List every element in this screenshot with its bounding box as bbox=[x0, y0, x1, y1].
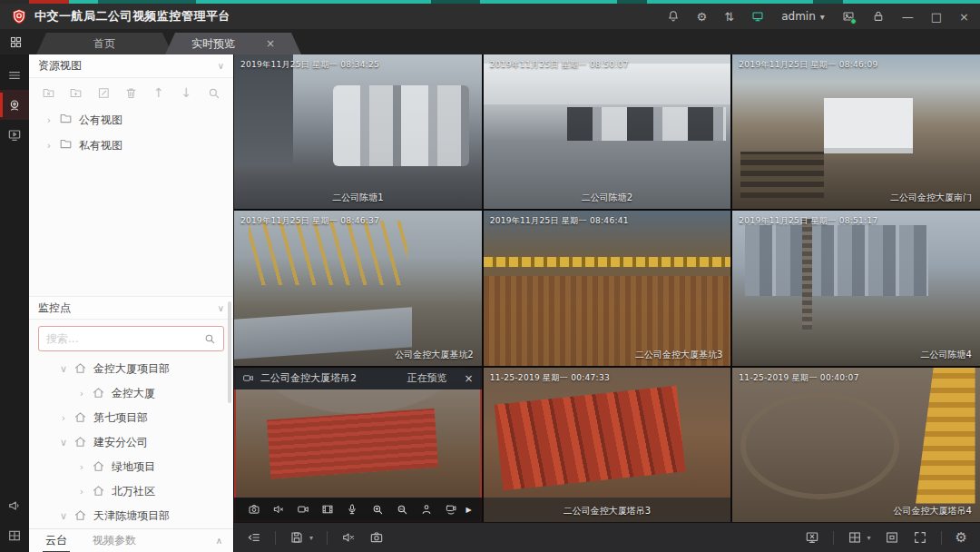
tree-item-site[interactable]: › 绿地项目 bbox=[29, 455, 233, 479]
talk-mic-button[interactable] bbox=[340, 503, 365, 516]
snapshot-all-button[interactable] bbox=[369, 530, 384, 545]
single-screen-button[interactable] bbox=[885, 530, 899, 545]
settings-gear-icon[interactable]: ⚙ bbox=[697, 10, 708, 24]
tree-item-site[interactable]: ∨ 天津陈塘项目部 bbox=[29, 504, 233, 528]
minimize-button[interactable]: — bbox=[902, 10, 914, 24]
settings-gear-icon[interactable]: ⚙ bbox=[956, 529, 967, 546]
move-down-button[interactable]: ↓ bbox=[172, 85, 200, 100]
video-cell-2[interactable]: 2019年11月25日 星期一 08:50:07 二公司陈塘2 bbox=[484, 54, 731, 209]
tree-item-label: 私有视图 bbox=[79, 138, 122, 153]
search-box[interactable]: 搜索... bbox=[38, 326, 224, 351]
toolbar-left: ▾ bbox=[247, 530, 384, 545]
chevron-right-icon[interactable]: › bbox=[74, 388, 89, 399]
close-all-streams-button[interactable] bbox=[805, 530, 819, 545]
camera-caption: 二公司陈塘2 bbox=[582, 192, 632, 204]
ptz-control-button[interactable] bbox=[439, 503, 464, 516]
home-icon bbox=[92, 459, 105, 476]
user-menu[interactable]: admin ▾ bbox=[781, 10, 825, 23]
chevron-down-icon[interactable]: ∨ bbox=[56, 363, 71, 375]
maximize-button[interactable]: □ bbox=[931, 10, 942, 24]
video-cell-3[interactable]: 2019年11月25日 星期一 08:46:09 二公司金控大厦南门 bbox=[732, 54, 980, 209]
resource-view-header[interactable]: 资源视图 ∨ bbox=[29, 54, 233, 78]
notification-bell-icon[interactable] bbox=[667, 10, 680, 23]
divider bbox=[275, 531, 276, 545]
rail-wall-button[interactable] bbox=[0, 522, 29, 552]
camera-caption: 二公司金控大厦南门 bbox=[890, 192, 972, 204]
close-button[interactable]: × bbox=[959, 10, 969, 24]
grid-layout-button[interactable] bbox=[848, 530, 862, 545]
rail-broadcast-button[interactable] bbox=[0, 492, 29, 522]
chevron-right-icon[interactable]: › bbox=[42, 114, 56, 126]
chevron-down-icon[interactable]: ∨ bbox=[56, 510, 71, 522]
tree-item-site[interactable]: › 金控大厦 bbox=[29, 381, 233, 406]
caret-down-icon[interactable]: ▾ bbox=[867, 534, 871, 542]
monitor-status-icon[interactable] bbox=[751, 10, 764, 23]
more-controls-icon[interactable]: ▶ bbox=[464, 506, 475, 514]
chevron-up-icon[interactable]: ∧ bbox=[216, 536, 222, 546]
chevron-right-icon[interactable]: › bbox=[74, 486, 89, 498]
record-button[interactable] bbox=[290, 503, 315, 516]
zoom-3d-button[interactable] bbox=[389, 503, 414, 516]
tree-item-site[interactable]: ∨ 建安分公司 bbox=[29, 430, 233, 455]
tab-close-icon[interactable]: × bbox=[266, 37, 275, 50]
chevron-right-icon[interactable]: › bbox=[74, 461, 89, 473]
chevron-down-icon: ▾ bbox=[820, 12, 825, 22]
tab-video-params[interactable]: 视频参数 bbox=[93, 533, 136, 548]
mute-all-button[interactable] bbox=[341, 530, 356, 545]
digital-zoom-button[interactable] bbox=[365, 503, 389, 516]
caret-down-icon[interactable]: ▾ bbox=[309, 534, 313, 542]
snapshot-status-icon[interactable] bbox=[842, 10, 855, 23]
video-cell-1[interactable]: 2019年11月25日 星期一 08:34:25 二公司陈塘1 bbox=[234, 54, 482, 209]
apps-grid-icon[interactable] bbox=[0, 29, 31, 54]
tree-item-site[interactable]: ∨ 金控大厦项目部 bbox=[29, 357, 233, 381]
folder-icon bbox=[59, 112, 73, 128]
mute-audio-button[interactable] bbox=[266, 503, 290, 516]
lock-icon[interactable] bbox=[872, 10, 885, 23]
add-view-folder-button[interactable] bbox=[62, 86, 89, 100]
rail-playback-button[interactable] bbox=[0, 120, 29, 150]
delete-view-folder-button[interactable] bbox=[34, 86, 62, 100]
chevron-right-icon[interactable]: › bbox=[42, 140, 56, 152]
video-cell-8[interactable]: 11-25-2019 星期一 00:47:33 二公司金控大厦塔吊3 bbox=[484, 368, 731, 522]
close-stream-icon[interactable]: × bbox=[465, 372, 474, 385]
playback-button[interactable] bbox=[316, 503, 340, 516]
cell-control-bar: ▶ bbox=[234, 498, 482, 522]
chevron-down-icon[interactable]: ∨ bbox=[56, 437, 71, 448]
edit-view-button[interactable] bbox=[90, 86, 117, 100]
camera-caption: 二公司金控大厦基坑3 bbox=[635, 349, 722, 361]
tree-scrollbar[interactable] bbox=[228, 301, 231, 403]
camera-icon bbox=[242, 372, 254, 384]
video-cell-4[interactable]: 2019年11月25日 星期一 08:46:37 公司金控大厦基坑2 bbox=[234, 211, 482, 365]
search-icon[interactable] bbox=[203, 332, 216, 345]
tree-item-label: 北万社区 bbox=[112, 484, 155, 499]
left-panel: 资源视图 ∨ ↑ ↓ › 公有视图 › bbox=[29, 54, 234, 552]
tab-live-preview[interactable]: 实时预览 × bbox=[165, 33, 301, 54]
rail-live-video-button[interactable] bbox=[0, 90, 29, 120]
search-views-button[interactable] bbox=[201, 86, 228, 100]
move-up-button[interactable]: ↑ bbox=[145, 85, 172, 100]
video-cell-7-selected[interactable]: 二公司金控大厦塔吊2 正在预览 × ▶ bbox=[234, 368, 482, 522]
collapse-panel-button[interactable] bbox=[247, 530, 261, 545]
swap-arrows-icon[interactable]: ⇅ bbox=[724, 10, 734, 24]
brand: 中交一航局二公司视频监控管理平台 bbox=[11, 8, 230, 25]
tree-item-site[interactable]: › 第七项目部 bbox=[29, 406, 233, 430]
rail-menu-button[interactable] bbox=[0, 60, 29, 90]
chevron-right-icon[interactable]: › bbox=[56, 412, 71, 424]
tree-item-private-views[interactable]: › 私有视图 bbox=[29, 133, 233, 158]
username: admin bbox=[781, 10, 816, 23]
trash-button[interactable] bbox=[117, 86, 144, 100]
tree-item-site[interactable]: › 北万社区 bbox=[29, 479, 233, 504]
divider bbox=[941, 531, 942, 545]
monitor-points-header[interactable]: 监控点 ∨ bbox=[29, 296, 233, 320]
tab-home[interactable]: 首页 bbox=[36, 33, 172, 54]
titlebar: 中交一航局二公司视频监控管理平台 ⚙ ⇅ admin ▾ — □ × bbox=[0, 4, 980, 29]
video-cell-6[interactable]: 2019年11月25日 星期一 08:51:17 二公司陈塘4 bbox=[732, 211, 980, 365]
save-view-button[interactable] bbox=[289, 530, 304, 545]
tab-ptz[interactable]: 云台 bbox=[45, 533, 67, 548]
snapshot-button[interactable] bbox=[241, 503, 266, 516]
tree-item-public-views[interactable]: › 公有视图 bbox=[29, 107, 233, 133]
preset-button[interactable] bbox=[414, 503, 438, 516]
video-cell-9[interactable]: 11-25-2019 星期一 00:40:07 公司金控大厦塔吊4 bbox=[732, 368, 980, 522]
fullscreen-button[interactable] bbox=[913, 530, 927, 545]
video-cell-5[interactable]: 2019年11月25日 星期一 08:46:41 二公司金控大厦基坑3 bbox=[484, 211, 731, 365]
